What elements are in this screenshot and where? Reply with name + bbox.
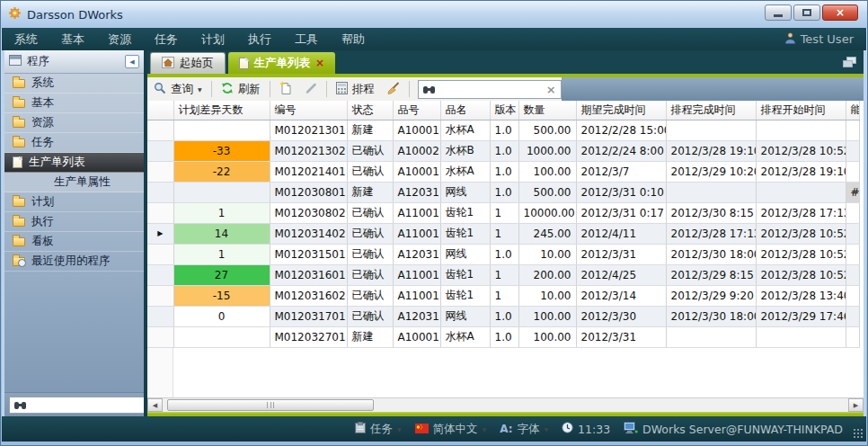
menu-item-4[interactable]: 任务 (155, 31, 178, 48)
menu-item-8[interactable]: 帮助 (341, 31, 365, 48)
cell-end: 2012/3/28 17:13 (666, 223, 756, 244)
sidebar-item[interactable]: 任务 (4, 133, 144, 153)
column-header-pname[interactable]: 品名 (440, 101, 490, 120)
new-document-button[interactable] (273, 79, 298, 99)
edit-button[interactable] (298, 79, 323, 99)
tab-production-order-list[interactable]: 生产单列表 × (228, 52, 336, 74)
column-header-qty[interactable]: 数量 (518, 101, 576, 120)
menu-items: 系统基本资源任务计划执行工具帮助 (14, 31, 365, 48)
sidebar-item[interactable]: 最近使用的程序 (4, 252, 144, 272)
column-header-status[interactable]: 状态 (347, 101, 393, 120)
column-header-ver[interactable]: 版本 (490, 101, 518, 120)
sidebar-item[interactable]: 计划 (4, 192, 144, 212)
folder-icon (13, 138, 25, 147)
column-header-end[interactable]: 排程完成时间 (666, 101, 756, 120)
sidebar-item[interactable]: 资源 (4, 113, 144, 133)
chevron-down-icon[interactable]: ▼ (198, 86, 202, 93)
column-header-diff[interactable]: 计划差异天数 (173, 101, 270, 120)
cell-ver: 1.0 (490, 182, 518, 202)
sidebar-item[interactable]: 生产单属性 (4, 173, 144, 192)
sidebar-item[interactable]: 系统 (4, 74, 144, 94)
table-row[interactable]: M012030801新建A12031网线1.0500.002012/3/31 0… (147, 182, 859, 202)
sidebar-item[interactable]: 基本 (4, 94, 144, 113)
cell-pname: 水杯B (440, 140, 490, 161)
column-header-start[interactable]: 排程开始时间 (756, 101, 846, 120)
folder-clock-icon (13, 257, 25, 266)
cell-ver: 1 (490, 202, 518, 223)
menu-item-3[interactable]: 资源 (108, 31, 131, 48)
horizontal-scrollbar[interactable]: ◀ ▶ (147, 397, 864, 412)
cell-due: 2012/2/24 8:00 (576, 140, 666, 161)
cell-pno: A12031 (393, 306, 440, 326)
scroll-right-button[interactable]: ▶ (848, 398, 864, 412)
sidebar-title: 程序 (27, 54, 49, 69)
scrollbar-thumb[interactable] (167, 399, 374, 411)
minimize-button[interactable] (765, 4, 792, 21)
table-filter-input[interactable] (440, 83, 542, 95)
resize-grip[interactable] (853, 428, 863, 438)
sidebar-item-label: 任务 (31, 135, 54, 150)
cell-no: M012031501 (270, 244, 347, 264)
maximize-button[interactable] (793, 4, 820, 21)
table-row[interactable]: -22M012021401已确认A10001水杯A1.0100.002012/3… (147, 161, 859, 182)
close-button[interactable]: × (822, 4, 858, 21)
cell-due: 2012/4/25 (576, 264, 666, 285)
column-header-partial[interactable]: 能 (846, 101, 859, 120)
table-row[interactable]: M012021301新建A10001水杯A1.0500.002012/2/28 … (147, 120, 859, 140)
cell-qty: 245.00 (518, 223, 576, 244)
table-row[interactable]: -33M012021302已确认A10002水杯B1.01000.002012/… (147, 140, 859, 161)
current-user[interactable]: Test User (784, 32, 854, 47)
cell-diff: 14 (173, 223, 270, 244)
menu-item-6[interactable]: 执行 (248, 31, 271, 48)
menu-item-1[interactable]: 系统 (14, 31, 38, 48)
sidebar-item-label: 最近使用的程序 (31, 254, 111, 269)
column-header-due[interactable]: 期望完成时间 (576, 101, 666, 120)
tab-active-label: 生产单列表 (254, 56, 311, 71)
close-tab-icon[interactable]: × (315, 58, 324, 68)
refresh-button[interactable]: 刷新 (215, 79, 267, 99)
menu-item-7[interactable]: 工具 (295, 31, 318, 48)
table-row[interactable]: M012032701新建A10001水杯A1.0100.002012/3/31 (147, 326, 859, 347)
clean-button[interactable] (381, 79, 406, 99)
table-row[interactable]: 0M012031701已确认A12031网线1.0100.002012/3/30… (147, 306, 859, 326)
cell-end: 2012/3/29 10:20 (666, 161, 756, 182)
table-row[interactable]: ▶14M012031402已确认A11001齿轮11245.002012/4/1… (147, 223, 859, 244)
window-stack-icon[interactable] (843, 55, 856, 72)
folder-icon (13, 218, 25, 227)
cell-diff: 1 (173, 244, 270, 264)
status-language-menu[interactable]: 简体中文 ▼ (415, 422, 487, 437)
chevron-down-icon: ▼ (397, 426, 402, 433)
cell-status: 新建 (347, 120, 393, 140)
column-header-pno[interactable]: 品号 (393, 101, 440, 120)
clear-filter-icon[interactable]: × (546, 84, 556, 95)
table-row[interactable]: -15M012031602已确认A11001齿轮1110.002012/3/14… (147, 285, 859, 306)
cell-no: M012021401 (270, 161, 347, 182)
cell-diff: 1 (173, 202, 270, 223)
collapse-sidebar-button[interactable]: ◀ (125, 55, 139, 68)
cell-qty: 1000.00 (518, 140, 576, 161)
cell-start: 2012/3/29 17:46 (756, 306, 846, 326)
table-row[interactable]: 27M012031601已确认A11001齿轮11200.002012/4/25… (147, 264, 859, 285)
scroll-left-button[interactable]: ◀ (147, 398, 163, 412)
cell-ver: 1 (490, 285, 518, 306)
menu-item-5[interactable]: 计划 (201, 31, 225, 48)
app-gear-icon (8, 6, 22, 23)
menu-item-2[interactable]: 基本 (61, 31, 84, 48)
sidebar-item[interactable]: 看板 (4, 232, 144, 252)
status-tasks-menu[interactable]: 任务 ▼ (355, 422, 402, 437)
table-row[interactable]: 1M012031501已确认A12031网线1.010.002012/3/312… (147, 244, 859, 264)
tab-home[interactable]: 起始页 (150, 52, 226, 74)
cell-end: 2012/3/28 19:10 (666, 140, 756, 161)
cell-extra: # (846, 182, 859, 202)
cell-status: 已确认 (347, 306, 393, 326)
cell-ver: 1 (490, 223, 518, 244)
sidebar-item[interactable]: 生产单列表 (4, 153, 144, 173)
table-row[interactable]: 1M012030802已确认A11001齿轮1110000.002012/3/3… (147, 202, 859, 223)
sidebar-item[interactable]: 执行 (4, 212, 144, 232)
query-button[interactable]: 查询 ▼ (147, 79, 208, 99)
column-header-no[interactable]: 编号 (270, 101, 347, 120)
cell-start (756, 326, 846, 347)
status-font-menu[interactable]: A: 字体 ▼ (500, 422, 548, 437)
schedule-button[interactable]: 排程 (330, 79, 381, 99)
cell-extra (846, 161, 859, 182)
